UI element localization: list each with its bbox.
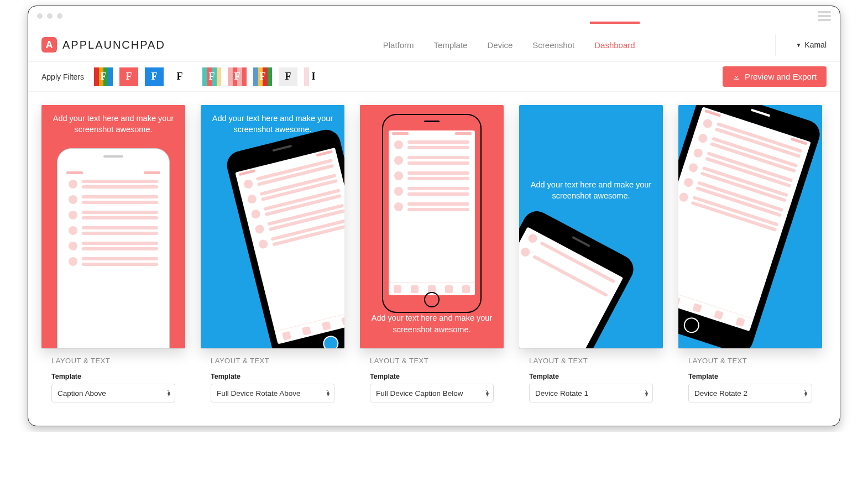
header: A APPLAUNCHPAD Platform Template Device … <box>28 26 840 62</box>
card-1: Add your text here and make your screens… <box>41 105 185 412</box>
phone-screen <box>63 170 164 348</box>
filter-swatch[interactable]: F <box>119 67 138 86</box>
template-value: Device Rotate 1 <box>535 389 588 398</box>
filter-letter: F <box>101 71 107 82</box>
filter-letter: F <box>234 71 240 82</box>
nav-screenshot[interactable]: Screenshot <box>532 37 574 53</box>
phone-mockup <box>57 148 170 348</box>
phone-speaker <box>272 145 292 152</box>
template-select[interactable]: Full Device Caption Below ▴▾ <box>370 384 494 402</box>
filter-swatch[interactable]: F <box>94 67 113 86</box>
layout-panel: LAYOUT & TEXT Template Full Device Rotat… <box>201 348 344 412</box>
traffic-dot[interactable] <box>57 13 62 19</box>
home-button-icon <box>682 316 701 335</box>
select-arrows-icon: ▴▾ <box>168 390 170 396</box>
brand-name: APPLAUNCHPAD <box>62 39 165 51</box>
nav-platform[interactable]: Platform <box>383 37 414 53</box>
filter-swatch[interactable]: I <box>304 67 323 86</box>
filter-swatch[interactable]: F <box>253 67 272 86</box>
layout-title: LAYOUT & TEXT <box>370 357 494 365</box>
select-arrows-icon: ▴▾ <box>804 390 807 396</box>
layout-panel: LAYOUT & TEXT Template Device Rotate 1 ▴… <box>519 348 663 412</box>
filter-letter: F <box>209 71 215 82</box>
phone-speaker <box>751 109 770 117</box>
phone-speaker <box>103 155 123 158</box>
filter-letter: I <box>312 71 316 82</box>
caption-text: Add your text here and make your screens… <box>519 171 663 210</box>
template-value: Device Rotate 2 <box>694 389 747 398</box>
template-value: Caption Above <box>57 389 106 398</box>
nav-device[interactable]: Device <box>487 37 513 53</box>
layout-title: LAYOUT & TEXT <box>211 357 334 365</box>
card-4: Add your text here and make your screens… <box>519 105 663 412</box>
filter-swatch[interactable]: F <box>279 67 297 86</box>
phone-speaker <box>572 236 590 247</box>
card-3: Add your text here and make your screens… <box>360 105 504 412</box>
phone-mockup <box>382 114 482 313</box>
preview-canvas[interactable]: Add your text here and make your screens… <box>360 105 504 348</box>
app-window: A APPLAUNCHPAD Platform Template Device … <box>28 6 840 426</box>
layout-title: LAYOUT & TEXT <box>529 357 653 365</box>
filter-letter: F <box>177 71 183 82</box>
traffic-dot[interactable] <box>37 13 43 19</box>
brand[interactable]: A APPLAUNCHPAD <box>41 37 165 53</box>
select-arrows-icon: ▴▾ <box>327 390 330 396</box>
template-field-label: Template <box>51 373 175 380</box>
phone-mockup <box>678 105 822 348</box>
download-icon <box>733 73 740 81</box>
titlebar <box>28 6 840 26</box>
filters-label: Apply Filters <box>41 72 84 81</box>
user-name: Kamal <box>804 40 827 49</box>
preview-canvas[interactable]: Add your text here and make your screens… <box>41 105 185 348</box>
preview-canvas[interactable] <box>678 105 822 348</box>
layout-title: LAYOUT & TEXT <box>688 357 812 365</box>
phone-mockup <box>224 127 344 348</box>
phone-screen <box>389 130 475 295</box>
brand-logo: A <box>41 37 57 53</box>
preview-export-button[interactable]: Preview and Export <box>723 66 827 87</box>
select-arrows-icon: ▴▾ <box>645 390 648 396</box>
template-field-label: Template <box>688 373 812 380</box>
layout-panel: LAYOUT & TEXT Template Caption Above ▴▾ <box>41 348 185 412</box>
filters-host: FFFFFFFFI <box>94 67 323 86</box>
home-button-icon <box>321 334 340 348</box>
traffic-dot[interactable] <box>47 13 53 19</box>
filter-letter: F <box>126 71 132 82</box>
filters-row: Apply Filters FFFFFFFFI Preview and Expo… <box>28 62 840 92</box>
template-field-label: Template <box>529 373 653 380</box>
phone-speaker <box>424 121 440 122</box>
template-select[interactable]: Device Rotate 1 ▴▾ <box>529 384 653 402</box>
template-select[interactable]: Device Rotate 2 ▴▾ <box>688 384 812 402</box>
cards-row: Add your text here and make your screens… <box>28 92 840 426</box>
caption-text: Add your text here and make your screens… <box>41 105 185 143</box>
template-value: Full Device Caption Below <box>376 389 463 398</box>
preview-canvas[interactable]: Add your text here and make your screens… <box>201 105 344 348</box>
phone-mockup <box>519 206 639 348</box>
window-controls[interactable] <box>37 13 62 19</box>
filter-swatch[interactable]: F <box>228 67 247 86</box>
template-field-label: Template <box>211 373 334 380</box>
card-2: Add your text here and make your screens… <box>201 105 344 412</box>
select-arrows-icon: ▴▾ <box>486 390 489 396</box>
nav-template[interactable]: Template <box>434 37 468 53</box>
phone-screen <box>235 148 344 344</box>
layout-panel: LAYOUT & TEXT Template Full Device Capti… <box>360 348 504 412</box>
template-select[interactable]: Caption Above ▴▾ <box>51 384 175 402</box>
user-menu[interactable]: ▼ Kamal <box>775 34 827 56</box>
filter-swatch[interactable]: F <box>145 67 164 86</box>
preview-export-label: Preview and Export <box>745 72 817 81</box>
layout-panel: LAYOUT & TEXT Template Device Rotate 2 ▴… <box>678 348 822 412</box>
preview-canvas[interactable]: Add your text here and make your screens… <box>519 105 663 348</box>
main-nav: Platform Template Device Screenshot Dash… <box>383 37 635 53</box>
filter-letter: F <box>260 71 266 82</box>
filter-swatch[interactable]: F <box>170 67 189 86</box>
template-select[interactable]: Full Device Rotate Above ▴▾ <box>211 384 334 402</box>
filter-swatch[interactable]: F <box>202 67 221 86</box>
nav-dashboard[interactable]: Dashboard <box>594 37 635 53</box>
phone-screen <box>678 107 811 331</box>
caption-text: Add your text here and make your screens… <box>360 305 504 343</box>
template-field-label: Template <box>370 373 494 380</box>
layout-title: LAYOUT & TEXT <box>51 357 175 365</box>
menu-icon[interactable] <box>818 11 831 21</box>
filter-letter: F <box>285 71 291 82</box>
